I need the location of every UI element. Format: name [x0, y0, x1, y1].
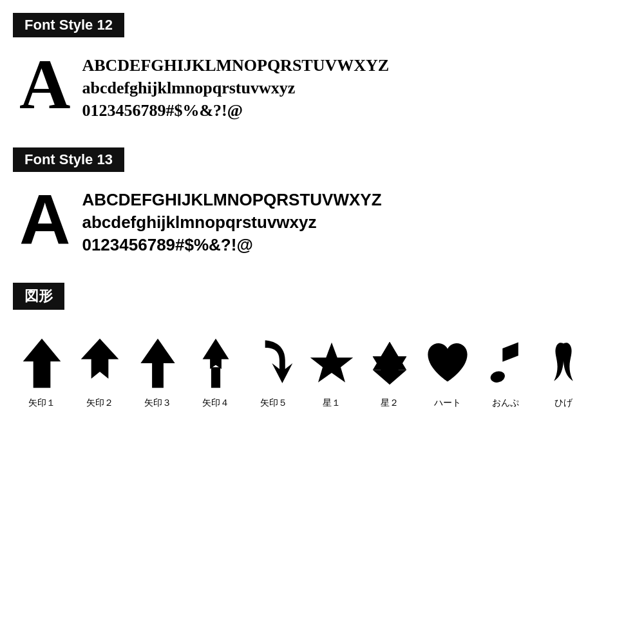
- shape-item-arrow1: 矢印１: [13, 334, 71, 409]
- shape-icon-arrow3: [135, 334, 180, 392]
- arrow5-svg: [251, 337, 296, 389]
- svg-marker-3: [203, 338, 229, 368]
- shapes-section: 図形 矢印１ 矢印２: [13, 283, 631, 409]
- shape-icon-heart: [425, 334, 470, 392]
- shape-label-mustache: ひげ: [554, 397, 573, 409]
- star1-svg: [309, 337, 354, 389]
- shape-icon-arrow1: [19, 334, 64, 392]
- font-12-numbers: 0123456789#$%&?!@: [82, 99, 389, 122]
- svg-marker-5: [310, 342, 354, 382]
- shape-label-arrow3: 矢印３: [144, 397, 171, 409]
- star2-svg: [367, 337, 412, 389]
- mustache-svg: [551, 337, 576, 389]
- shapes-grid: 矢印１ 矢印２ 矢印３: [13, 321, 631, 409]
- font-style-13-label: Font Style 13: [13, 147, 124, 172]
- font-style-13-demo: A ABCDEFGHIJKLMNOPQRSTUVWXYZ abcdefghijk…: [13, 184, 631, 256]
- font-12-uppercase: ABCDEFGHIJKLMNOPQRSTUVWXYZ: [82, 54, 389, 77]
- font-style-12-demo: A ABCDEFGHIJKLMNOPQRSTUVWXYZ abcdefghijk…: [13, 49, 631, 122]
- font-13-char-lines: ABCDEFGHIJKLMNOPQRSTUVWXYZ abcdefghijklm…: [82, 184, 381, 256]
- page: Font Style 12 A ABCDEFGHIJKLMNOPQRSTUVWX…: [0, 0, 644, 644]
- note-svg: [488, 337, 524, 389]
- shape-item-mustache: ひげ: [535, 334, 592, 409]
- font-13-big-letter: A: [19, 184, 70, 254]
- font-13-lowercase: abcdefghijklmnopqrstuvwxyz: [82, 211, 381, 234]
- arrow2-svg: [77, 337, 122, 389]
- shape-label-arrow1: 矢印１: [28, 397, 55, 409]
- font-style-13-section: Font Style 13 A ABCDEFGHIJKLMNOPQRSTUVWX…: [13, 147, 631, 256]
- shape-item-arrow3: 矢印３: [129, 334, 187, 409]
- shape-label-note: おんぷ: [492, 397, 519, 409]
- shape-icon-arrow4: [193, 334, 238, 392]
- font-12-char-lines: ABCDEFGHIJKLMNOPQRSTUVWXYZ abcdefghijklm…: [82, 49, 389, 122]
- shape-item-arrow5: 矢印５: [245, 334, 303, 409]
- shape-icon-arrow2: [77, 334, 122, 392]
- svg-point-9: [489, 370, 506, 384]
- shape-item-star2: 星２: [361, 334, 419, 409]
- shape-icon-mustache: [551, 334, 576, 392]
- shape-icon-star2: [367, 334, 412, 392]
- arrow3-svg: [135, 337, 180, 389]
- heart-svg: [425, 337, 470, 389]
- arrow1-svg: [19, 337, 64, 389]
- shape-icon-star1: [309, 334, 354, 392]
- shape-item-star1: 星１: [303, 334, 361, 409]
- shape-label-arrow5: 矢印５: [260, 397, 287, 409]
- shape-label-star2: 星２: [381, 397, 399, 409]
- font-12-big-letter: A: [19, 49, 70, 120]
- svg-marker-0: [23, 338, 61, 387]
- shape-label-arrow2: 矢印２: [86, 397, 113, 409]
- shapes-label: 図形: [13, 283, 64, 310]
- svg-rect-4: [211, 367, 220, 388]
- svg-marker-2: [140, 338, 175, 387]
- font-13-numbers: 0123456789#$%&?!@: [82, 234, 381, 256]
- shape-label-heart: ハート: [434, 397, 461, 409]
- svg-marker-1: [81, 338, 119, 378]
- shape-item-note: おんぷ: [477, 334, 535, 409]
- arrow4-svg: [193, 337, 238, 389]
- shape-item-arrow4: 矢印４: [187, 334, 245, 409]
- shape-item-arrow2: 矢印２: [71, 334, 129, 409]
- shape-label-star1: 星１: [323, 397, 341, 409]
- font-style-12-section: Font Style 12 A ABCDEFGHIJKLMNOPQRSTUVWX…: [13, 13, 631, 122]
- font-12-lowercase: abcdefghijklmnopqrstuvwxyz: [82, 77, 389, 99]
- shape-icon-note: [488, 334, 524, 392]
- shape-icon-arrow5: [251, 334, 296, 392]
- font-style-12-label: Font Style 12: [13, 13, 124, 37]
- font-13-uppercase: ABCDEFGHIJKLMNOPQRSTUVWXYZ: [82, 189, 381, 211]
- shape-label-arrow4: 矢印４: [202, 397, 229, 409]
- shape-item-heart: ハート: [419, 334, 477, 409]
